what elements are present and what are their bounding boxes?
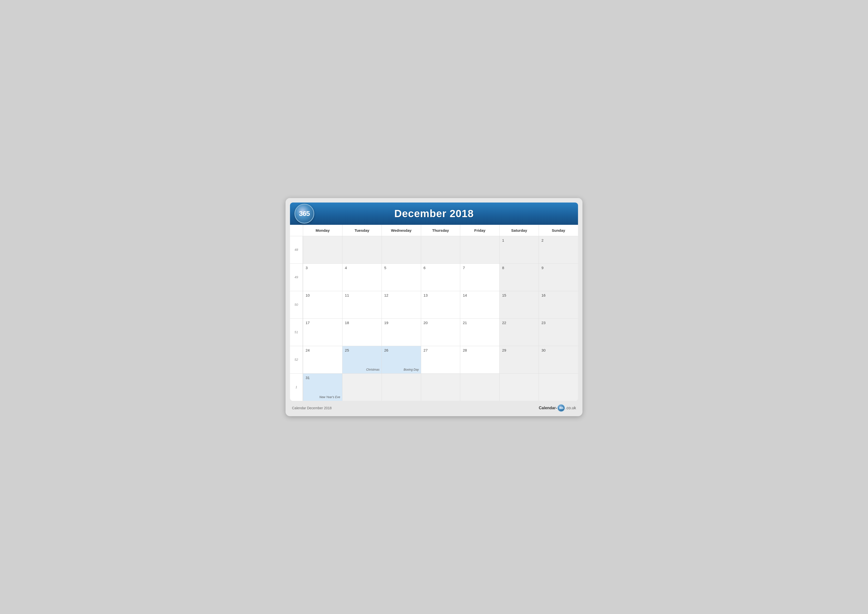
day-headers-row: Monday Tuesday Wednesday Thursday Friday… [290, 225, 578, 236]
week-num-5: 1 [290, 374, 303, 401]
day-number-4-0: 24 [305, 348, 340, 352]
day-header-monday: Monday [303, 225, 342, 236]
day-cell-4-2[interactable]: 26Boxing Day [381, 346, 421, 373]
day-cell-1-6[interactable]: 9 [539, 264, 578, 291]
day-cell-2-6[interactable]: 16 [539, 291, 578, 319]
day-cell-2-0[interactable]: 10 [303, 291, 342, 319]
calendar-wrapper: 365 December 2018 Monday Tuesday Wednesd… [285, 198, 583, 416]
day-cell-1-2[interactable]: 5 [381, 264, 421, 291]
day-header-tuesday: Tuesday [342, 225, 381, 236]
day-number-3-2: 19 [384, 320, 418, 325]
day-cell-5-4[interactable] [460, 374, 499, 401]
week-num-0: 48 [290, 236, 303, 263]
day-cell-0-1[interactable] [342, 236, 381, 263]
day-cell-0-4[interactable] [460, 236, 499, 263]
day-number-3-6: 23 [541, 320, 575, 325]
day-cell-1-0[interactable]: 3 [303, 264, 342, 291]
day-number-0-5: 1 [502, 238, 536, 242]
day-number-2-1: 11 [345, 293, 379, 297]
day-cell-0-6[interactable]: 2 [539, 236, 578, 263]
day-cell-5-1[interactable] [342, 374, 381, 401]
day-cell-1-5[interactable]: 8 [499, 264, 539, 291]
day-cell-4-1[interactable]: 25Christmas [342, 346, 381, 373]
day-number-2-0: 10 [305, 293, 340, 297]
day-number-4-3: 27 [424, 348, 458, 352]
week-num-2: 50 [290, 291, 303, 319]
footer-right-brand: Calendar- 365 .co.uk [539, 404, 576, 412]
day-cell-2-4[interactable]: 14 [460, 291, 499, 319]
week-row-5: 131New Year's Eve [290, 374, 578, 401]
day-number-4-6: 30 [541, 348, 575, 352]
day-header-friday: Friday [460, 225, 499, 236]
calendar-header: 365 December 2018 [290, 202, 578, 225]
day-number-3-4: 21 [463, 320, 497, 325]
day-number-4-2: 26 [384, 348, 418, 352]
day-cell-5-0[interactable]: 31New Year's Eve [303, 374, 342, 401]
day-header-wednesday: Wednesday [381, 225, 421, 236]
day-number-1-6: 9 [541, 266, 575, 270]
day-cell-3-4[interactable]: 21 [460, 319, 499, 346]
day-number-3-5: 22 [502, 320, 536, 325]
day-header-thursday: Thursday [421, 225, 460, 236]
day-header-saturday: Saturday [499, 225, 539, 236]
week-row-3: 5117181920212223 [290, 319, 578, 346]
day-number-2-5: 15 [502, 293, 536, 297]
day-cell-3-1[interactable]: 18 [342, 319, 381, 346]
week-num-1: 49 [290, 264, 303, 291]
day-cell-5-2[interactable] [381, 374, 421, 401]
day-cell-3-2[interactable]: 19 [381, 319, 421, 346]
footer-brand-prefix: Calendar- [539, 406, 557, 410]
day-cell-2-1[interactable]: 11 [342, 291, 381, 319]
day-cell-5-3[interactable] [421, 374, 460, 401]
footer-brand-suffix: .co.uk [566, 406, 576, 410]
day-cell-3-0[interactable]: 17 [303, 319, 342, 346]
day-cell-0-3[interactable] [421, 236, 460, 263]
day-cell-3-5[interactable]: 22 [499, 319, 539, 346]
day-number-2-2: 12 [384, 293, 418, 297]
day-cell-0-2[interactable] [381, 236, 421, 263]
day-cell-5-5[interactable] [499, 374, 539, 401]
day-cell-1-3[interactable]: 6 [421, 264, 460, 291]
day-number-4-5: 29 [502, 348, 536, 352]
day-cell-4-6[interactable]: 30 [539, 346, 578, 373]
day-number-2-4: 14 [463, 293, 497, 297]
day-cell-4-3[interactable]: 27 [421, 346, 460, 373]
day-number-4-1: 25 [345, 348, 379, 352]
day-cell-2-5[interactable]: 15 [499, 291, 539, 319]
day-number-3-3: 20 [424, 320, 458, 325]
week-row-0: 4812 [290, 236, 578, 264]
day-cell-1-1[interactable]: 4 [342, 264, 381, 291]
day-cell-3-3[interactable]: 20 [421, 319, 460, 346]
logo-badge: 365 [294, 204, 314, 224]
day-number-0-6: 2 [541, 238, 575, 242]
day-number-1-4: 7 [463, 266, 497, 270]
day-number-1-3: 6 [424, 266, 458, 270]
holiday-label-4-1: Christmas [366, 368, 380, 372]
week-row-1: 493456789 [290, 264, 578, 291]
day-cell-5-6[interactable] [539, 374, 578, 401]
calendar-footer: Calendar December 2018 Calendar- 365 .co… [290, 404, 578, 412]
day-number-1-0: 3 [305, 266, 340, 270]
day-cell-0-5[interactable]: 1 [499, 236, 539, 263]
day-number-3-0: 17 [305, 320, 340, 325]
day-number-4-4: 28 [463, 348, 497, 352]
footer-brand-badge: 365 [558, 404, 565, 412]
day-cell-4-4[interactable]: 28 [460, 346, 499, 373]
holiday-label-4-2: Boxing Day [403, 368, 418, 372]
day-number-2-3: 13 [424, 293, 458, 297]
day-cell-3-6[interactable]: 23 [539, 319, 578, 346]
week-num-4: 52 [290, 346, 303, 373]
day-number-1-1: 4 [345, 266, 379, 270]
day-number-1-2: 5 [384, 266, 418, 270]
day-number-1-5: 8 [502, 266, 536, 270]
day-cell-0-0[interactable] [303, 236, 342, 263]
day-cell-2-2[interactable]: 12 [381, 291, 421, 319]
day-cell-4-0[interactable]: 24 [303, 346, 342, 373]
calendar-title: December 2018 [394, 208, 474, 219]
calendar-body: Monday Tuesday Wednesday Thursday Friday… [290, 225, 578, 401]
day-cell-2-3[interactable]: 13 [421, 291, 460, 319]
day-cell-4-5[interactable]: 29 [499, 346, 539, 373]
footer-left-label: Calendar December 2018 [292, 406, 332, 410]
day-cell-1-4[interactable]: 7 [460, 264, 499, 291]
day-number-3-1: 18 [345, 320, 379, 325]
